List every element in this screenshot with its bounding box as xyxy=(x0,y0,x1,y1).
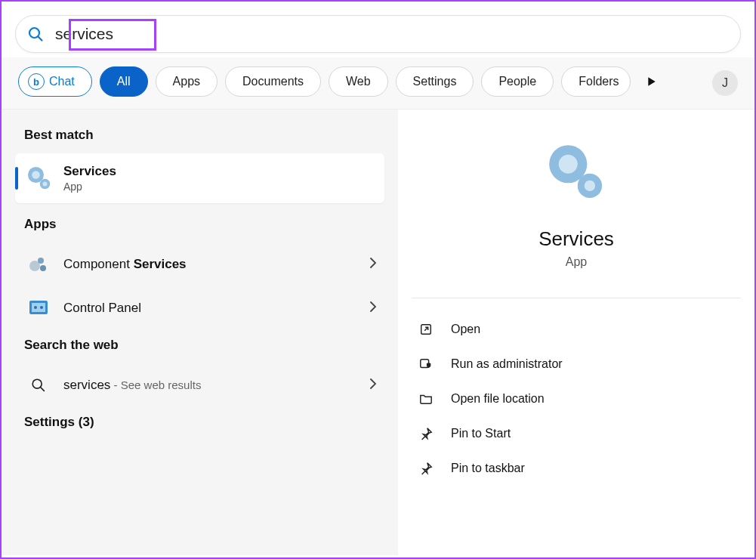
tab-documents[interactable]: Documents xyxy=(225,66,321,97)
tab-all[interactable]: All xyxy=(100,66,148,97)
action-label: Open xyxy=(451,323,480,336)
tab-folders[interactable]: Folders xyxy=(561,66,630,97)
result-title: Services xyxy=(63,164,116,179)
control-panel-icon xyxy=(27,297,50,320)
preview-panel: Services App Open Run as administrator O… xyxy=(398,110,754,555)
svg-rect-10 xyxy=(32,303,45,312)
result-label: Component Services xyxy=(63,257,187,272)
action-label: Open file location xyxy=(451,392,545,406)
tab-label: Apps xyxy=(173,75,200,88)
section-apps: Apps xyxy=(2,209,398,242)
svg-point-16 xyxy=(559,155,578,174)
preview-subtitle: App xyxy=(412,255,741,269)
best-match-result[interactable]: Services App xyxy=(15,153,384,203)
section-settings: Settings (3) xyxy=(2,407,398,440)
component-services-icon xyxy=(27,253,50,276)
svg-line-1 xyxy=(39,37,42,41)
search-icon xyxy=(27,374,50,397)
svg-point-8 xyxy=(40,265,46,271)
tab-label: Documents xyxy=(242,75,304,88)
action-open[interactable]: Open xyxy=(412,312,741,347)
chevron-right-icon xyxy=(369,378,377,393)
search-bar-container xyxy=(2,2,754,57)
filter-tabs: b Chat All Apps Documents Web Settings P… xyxy=(2,57,754,110)
results-panel: Best match Services App Apps Component S… xyxy=(2,110,398,555)
action-label: Run as administrator xyxy=(451,357,563,371)
result-control-panel[interactable]: Control Panel xyxy=(2,286,398,330)
bing-chat-icon: b xyxy=(28,73,45,90)
open-icon xyxy=(418,321,434,338)
action-open-location[interactable]: Open file location xyxy=(412,381,741,416)
pin-icon xyxy=(418,460,434,477)
folder-icon xyxy=(418,391,434,407)
divider xyxy=(412,298,741,298)
result-subtitle: App xyxy=(63,181,116,193)
result-component-services[interactable]: Component Services xyxy=(2,242,398,286)
tab-people[interactable]: People xyxy=(481,66,554,97)
preview-app-icon xyxy=(544,140,609,205)
tab-apps[interactable]: Apps xyxy=(156,66,218,97)
chevron-right-icon xyxy=(369,257,377,272)
selection-indicator xyxy=(15,167,18,190)
action-label: Pin to Start xyxy=(451,427,511,440)
action-run-admin[interactable]: Run as administrator xyxy=(412,347,741,381)
tab-label: All xyxy=(117,75,131,88)
result-label: services - See web results xyxy=(63,378,201,393)
preview-title: Services xyxy=(412,227,741,251)
svg-point-12 xyxy=(40,306,43,309)
tab-label: Folders xyxy=(579,75,619,88)
action-pin-taskbar[interactable]: Pin to taskbar xyxy=(412,451,741,486)
play-icon xyxy=(646,76,657,87)
tab-label: People xyxy=(498,75,536,88)
result-web-search[interactable]: services - See web results xyxy=(2,363,398,407)
search-icon xyxy=(16,25,55,43)
section-best-match: Best match xyxy=(2,120,398,153)
svg-point-11 xyxy=(34,306,37,309)
svg-point-18 xyxy=(585,181,595,191)
result-label: Control Panel xyxy=(63,301,141,316)
search-input[interactable] xyxy=(55,22,740,46)
tab-label: Web xyxy=(346,75,371,88)
user-avatar[interactable]: J xyxy=(712,70,738,96)
main-content: Best match Services App Apps Component S… xyxy=(2,110,754,555)
more-tabs-button[interactable] xyxy=(641,71,662,92)
tab-settings[interactable]: Settings xyxy=(396,66,474,97)
best-match-text: Services App xyxy=(63,164,116,193)
svg-line-14 xyxy=(41,388,45,391)
chevron-right-icon xyxy=(369,301,377,316)
user-initial: J xyxy=(722,76,728,90)
action-pin-start[interactable]: Pin to Start xyxy=(412,416,741,451)
action-label: Pin to taskbar xyxy=(451,462,525,475)
tab-web[interactable]: Web xyxy=(329,66,388,97)
pin-icon xyxy=(418,425,434,442)
tab-label: Chat xyxy=(49,75,75,88)
search-input-wrap[interactable] xyxy=(15,15,741,53)
tab-chat[interactable]: b Chat xyxy=(18,66,92,97)
section-search-web: Search the web xyxy=(2,330,398,363)
shield-admin-icon xyxy=(418,356,434,372)
services-gear-icon xyxy=(26,165,53,192)
svg-point-7 xyxy=(38,258,44,264)
svg-point-3 xyxy=(32,171,40,179)
svg-point-5 xyxy=(43,182,48,187)
tab-label: Settings xyxy=(413,75,457,88)
